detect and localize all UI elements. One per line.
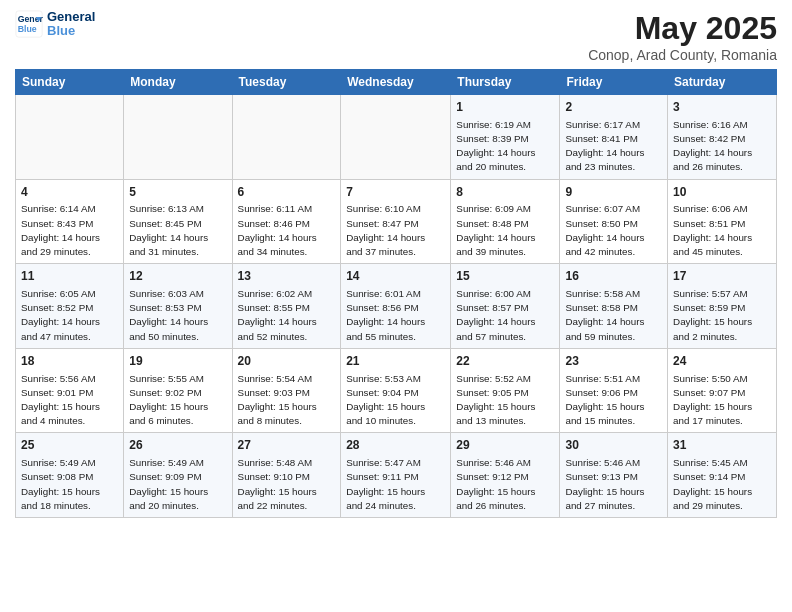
sub-title: Conop, Arad County, Romania	[588, 47, 777, 63]
day-number: 2	[565, 99, 662, 116]
day-number: 17	[673, 268, 771, 285]
calendar-cell: 20Sunrise: 5:54 AM Sunset: 9:03 PM Dayli…	[232, 348, 341, 433]
day-info: Sunrise: 5:46 AM Sunset: 9:12 PM Dayligh…	[456, 456, 554, 513]
weekday-header: Friday	[560, 70, 668, 95]
day-number: 18	[21, 353, 118, 370]
day-number: 16	[565, 268, 662, 285]
day-number: 22	[456, 353, 554, 370]
day-number: 10	[673, 184, 771, 201]
calendar-cell: 8Sunrise: 6:09 AM Sunset: 8:48 PM Daylig…	[451, 179, 560, 264]
day-info: Sunrise: 5:50 AM Sunset: 9:07 PM Dayligh…	[673, 372, 771, 429]
day-number: 20	[238, 353, 336, 370]
calendar-cell: 19Sunrise: 5:55 AM Sunset: 9:02 PM Dayli…	[124, 348, 232, 433]
calendar-cell: 30Sunrise: 5:46 AM Sunset: 9:13 PM Dayli…	[560, 433, 668, 518]
day-number: 14	[346, 268, 445, 285]
day-info: Sunrise: 6:01 AM Sunset: 8:56 PM Dayligh…	[346, 287, 445, 344]
day-number: 23	[565, 353, 662, 370]
calendar-cell: 28Sunrise: 5:47 AM Sunset: 9:11 PM Dayli…	[341, 433, 451, 518]
day-info: Sunrise: 5:46 AM Sunset: 9:13 PM Dayligh…	[565, 456, 662, 513]
calendar-cell: 16Sunrise: 5:58 AM Sunset: 8:58 PM Dayli…	[560, 264, 668, 349]
logo: General Blue General Blue	[15, 10, 95, 39]
day-info: Sunrise: 6:13 AM Sunset: 8:45 PM Dayligh…	[129, 202, 226, 259]
calendar-cell: 4Sunrise: 6:14 AM Sunset: 8:43 PM Daylig…	[16, 179, 124, 264]
day-info: Sunrise: 5:51 AM Sunset: 9:06 PM Dayligh…	[565, 372, 662, 429]
logo-text: General Blue	[47, 10, 95, 39]
day-info: Sunrise: 5:54 AM Sunset: 9:03 PM Dayligh…	[238, 372, 336, 429]
calendar-cell: 23Sunrise: 5:51 AM Sunset: 9:06 PM Dayli…	[560, 348, 668, 433]
svg-text:Blue: Blue	[18, 24, 37, 34]
calendar-cell: 22Sunrise: 5:52 AM Sunset: 9:05 PM Dayli…	[451, 348, 560, 433]
day-info: Sunrise: 6:19 AM Sunset: 8:39 PM Dayligh…	[456, 118, 554, 175]
weekday-header: Sunday	[16, 70, 124, 95]
calendar-cell: 26Sunrise: 5:49 AM Sunset: 9:09 PM Dayli…	[124, 433, 232, 518]
calendar-cell	[232, 95, 341, 180]
day-number: 13	[238, 268, 336, 285]
day-info: Sunrise: 6:00 AM Sunset: 8:57 PM Dayligh…	[456, 287, 554, 344]
day-info: Sunrise: 6:11 AM Sunset: 8:46 PM Dayligh…	[238, 202, 336, 259]
day-number: 29	[456, 437, 554, 454]
weekday-header: Saturday	[668, 70, 777, 95]
calendar-cell: 17Sunrise: 5:57 AM Sunset: 8:59 PM Dayli…	[668, 264, 777, 349]
weekday-header: Monday	[124, 70, 232, 95]
calendar-cell: 31Sunrise: 5:45 AM Sunset: 9:14 PM Dayli…	[668, 433, 777, 518]
day-number: 11	[21, 268, 118, 285]
title-block: May 2025 Conop, Arad County, Romania	[588, 10, 777, 63]
day-info: Sunrise: 5:49 AM Sunset: 9:08 PM Dayligh…	[21, 456, 118, 513]
day-info: Sunrise: 6:16 AM Sunset: 8:42 PM Dayligh…	[673, 118, 771, 175]
calendar-cell: 24Sunrise: 5:50 AM Sunset: 9:07 PM Dayli…	[668, 348, 777, 433]
calendar-cell: 15Sunrise: 6:00 AM Sunset: 8:57 PM Dayli…	[451, 264, 560, 349]
calendar: SundayMondayTuesdayWednesdayThursdayFrid…	[15, 69, 777, 518]
day-info: Sunrise: 6:10 AM Sunset: 8:47 PM Dayligh…	[346, 202, 445, 259]
day-info: Sunrise: 6:17 AM Sunset: 8:41 PM Dayligh…	[565, 118, 662, 175]
day-info: Sunrise: 5:48 AM Sunset: 9:10 PM Dayligh…	[238, 456, 336, 513]
calendar-cell: 21Sunrise: 5:53 AM Sunset: 9:04 PM Dayli…	[341, 348, 451, 433]
calendar-cell: 27Sunrise: 5:48 AM Sunset: 9:10 PM Dayli…	[232, 433, 341, 518]
day-number: 3	[673, 99, 771, 116]
calendar-week-row: 1Sunrise: 6:19 AM Sunset: 8:39 PM Daylig…	[16, 95, 777, 180]
day-info: Sunrise: 5:47 AM Sunset: 9:11 PM Dayligh…	[346, 456, 445, 513]
main-title: May 2025	[588, 10, 777, 47]
calendar-cell: 14Sunrise: 6:01 AM Sunset: 8:56 PM Dayli…	[341, 264, 451, 349]
calendar-cell: 10Sunrise: 6:06 AM Sunset: 8:51 PM Dayli…	[668, 179, 777, 264]
day-number: 31	[673, 437, 771, 454]
day-info: Sunrise: 5:52 AM Sunset: 9:05 PM Dayligh…	[456, 372, 554, 429]
day-number: 9	[565, 184, 662, 201]
day-info: Sunrise: 5:58 AM Sunset: 8:58 PM Dayligh…	[565, 287, 662, 344]
day-number: 1	[456, 99, 554, 116]
day-number: 25	[21, 437, 118, 454]
calendar-cell: 11Sunrise: 6:05 AM Sunset: 8:52 PM Dayli…	[16, 264, 124, 349]
calendar-cell	[124, 95, 232, 180]
calendar-week-row: 25Sunrise: 5:49 AM Sunset: 9:08 PM Dayli…	[16, 433, 777, 518]
day-number: 6	[238, 184, 336, 201]
day-number: 19	[129, 353, 226, 370]
calendar-week-row: 11Sunrise: 6:05 AM Sunset: 8:52 PM Dayli…	[16, 264, 777, 349]
calendar-header-row: SundayMondayTuesdayWednesdayThursdayFrid…	[16, 70, 777, 95]
day-number: 4	[21, 184, 118, 201]
day-info: Sunrise: 5:53 AM Sunset: 9:04 PM Dayligh…	[346, 372, 445, 429]
calendar-cell: 3Sunrise: 6:16 AM Sunset: 8:42 PM Daylig…	[668, 95, 777, 180]
calendar-cell: 12Sunrise: 6:03 AM Sunset: 8:53 PM Dayli…	[124, 264, 232, 349]
day-info: Sunrise: 5:57 AM Sunset: 8:59 PM Dayligh…	[673, 287, 771, 344]
day-info: Sunrise: 5:45 AM Sunset: 9:14 PM Dayligh…	[673, 456, 771, 513]
day-info: Sunrise: 6:05 AM Sunset: 8:52 PM Dayligh…	[21, 287, 118, 344]
calendar-cell: 7Sunrise: 6:10 AM Sunset: 8:47 PM Daylig…	[341, 179, 451, 264]
calendar-week-row: 4Sunrise: 6:14 AM Sunset: 8:43 PM Daylig…	[16, 179, 777, 264]
day-number: 7	[346, 184, 445, 201]
day-number: 5	[129, 184, 226, 201]
logo-icon: General Blue	[15, 10, 43, 38]
calendar-cell: 18Sunrise: 5:56 AM Sunset: 9:01 PM Dayli…	[16, 348, 124, 433]
weekday-header: Tuesday	[232, 70, 341, 95]
weekday-header: Thursday	[451, 70, 560, 95]
calendar-cell: 9Sunrise: 6:07 AM Sunset: 8:50 PM Daylig…	[560, 179, 668, 264]
calendar-cell: 25Sunrise: 5:49 AM Sunset: 9:08 PM Dayli…	[16, 433, 124, 518]
calendar-cell: 1Sunrise: 6:19 AM Sunset: 8:39 PM Daylig…	[451, 95, 560, 180]
day-info: Sunrise: 6:07 AM Sunset: 8:50 PM Dayligh…	[565, 202, 662, 259]
calendar-week-row: 18Sunrise: 5:56 AM Sunset: 9:01 PM Dayli…	[16, 348, 777, 433]
calendar-cell	[341, 95, 451, 180]
day-number: 27	[238, 437, 336, 454]
calendar-cell: 6Sunrise: 6:11 AM Sunset: 8:46 PM Daylig…	[232, 179, 341, 264]
day-number: 8	[456, 184, 554, 201]
calendar-cell	[16, 95, 124, 180]
weekday-header: Wednesday	[341, 70, 451, 95]
day-number: 28	[346, 437, 445, 454]
